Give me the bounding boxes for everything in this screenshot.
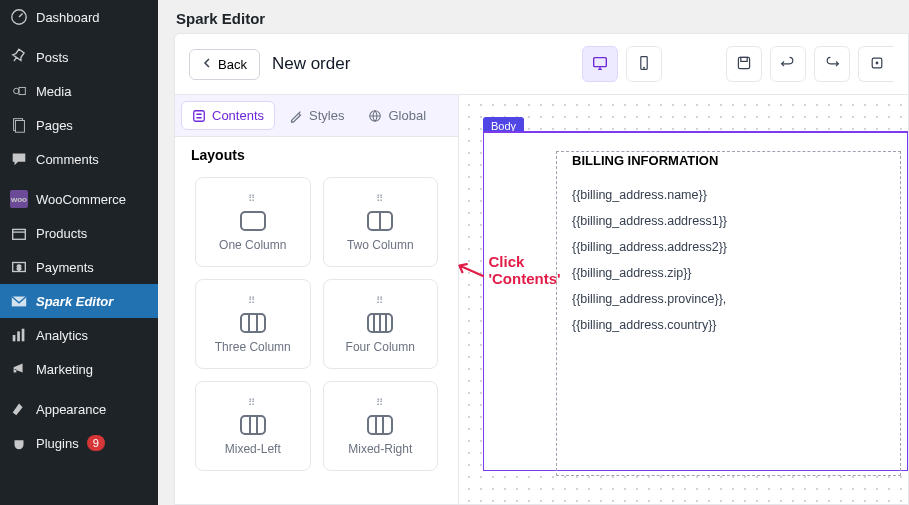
drag-handle-icon: ⠿	[376, 193, 385, 204]
svg-point-1	[14, 88, 19, 93]
sidebar-item-analytics[interactable]: Analytics	[0, 318, 158, 352]
layout-label: Mixed-Left	[225, 442, 281, 456]
sidebar-item-label: Appearance	[36, 402, 106, 417]
layout-label: One Column	[219, 238, 286, 252]
tab-contents[interactable]: Contents	[181, 101, 275, 130]
undo-button[interactable]	[770, 46, 806, 82]
save-button[interactable]	[726, 46, 762, 82]
billing-field: {{billing_address.zip}}	[572, 260, 907, 286]
layout-four-column[interactable]: ⠿ Four Column	[323, 279, 439, 369]
sidebar-item-label: Products	[36, 226, 87, 241]
billing-field: {{billing_address.province}},	[572, 286, 907, 312]
media-icon	[10, 82, 28, 100]
sidebar-item-comments[interactable]: Comments	[0, 142, 158, 176]
sidebar-item-appearance[interactable]: Appearance	[0, 392, 158, 426]
billing-field: {{billing_address.address2}}	[572, 234, 907, 260]
sidebar-item-products[interactable]: Products	[0, 216, 158, 250]
chevron-left-icon	[202, 57, 212, 72]
pin-icon	[10, 48, 28, 66]
svg-rect-9	[13, 335, 16, 341]
back-label: Back	[218, 57, 247, 72]
drag-handle-icon: ⠿	[376, 295, 385, 306]
layout-three-column[interactable]: ⠿ Three Column	[195, 279, 311, 369]
editor-canvas[interactable]: Body BILLING INFORMATION {{billing_addre…	[459, 95, 908, 504]
svg-rect-11	[22, 329, 25, 342]
sidebar-item-label: Pages	[36, 118, 73, 133]
tab-label: Styles	[309, 108, 344, 123]
sidebar-item-marketing[interactable]: Marketing	[0, 352, 158, 386]
sidebar-item-payments[interactable]: $ Payments	[0, 250, 158, 284]
sidebar-item-woocommerce[interactable]: woo WooCommerce	[0, 182, 158, 216]
appearance-icon	[10, 400, 28, 418]
sidebar-item-label: Dashboard	[36, 10, 100, 25]
redo-button[interactable]	[814, 46, 850, 82]
sidebar-item-label: Plugins	[36, 436, 79, 451]
sidebar-item-label: Media	[36, 84, 71, 99]
tab-global[interactable]: Global	[358, 101, 436, 130]
back-button[interactable]: Back	[189, 49, 260, 80]
save-icon	[736, 55, 752, 74]
main-area: Spark Editor Back New order	[158, 0, 909, 505]
desktop-icon	[591, 54, 609, 75]
svg-rect-21	[241, 212, 265, 230]
drag-handle-icon: ⠿	[248, 397, 257, 408]
marketing-icon	[10, 360, 28, 378]
mobile-icon	[636, 55, 652, 74]
more-button[interactable]	[858, 46, 894, 82]
layouts-label: Layouts	[175, 137, 458, 169]
order-title: New order	[272, 54, 350, 74]
sidebar-item-label: Marketing	[36, 362, 93, 377]
mail-icon	[10, 292, 28, 310]
tab-styles[interactable]: Styles	[279, 101, 354, 130]
editor-frame: Back New order	[174, 33, 909, 505]
sidebar-item-plugins[interactable]: Plugins 9	[0, 426, 158, 460]
sidebar-item-label: Analytics	[36, 328, 88, 343]
sidebar-item-label: Spark Editor	[36, 294, 113, 309]
svg-rect-5	[13, 229, 26, 239]
page-title: Spark Editor	[158, 0, 909, 33]
section-title: BILLING INFORMATION	[572, 153, 907, 168]
tab-label: Contents	[212, 108, 264, 123]
sidebar-item-posts[interactable]: Posts	[0, 40, 158, 74]
layout-label: Three Column	[215, 340, 291, 354]
svg-rect-10	[17, 331, 20, 341]
layout-two-column[interactable]: ⠿ Two Column	[323, 177, 439, 267]
billing-field: {{billing_address.address1}}	[572, 208, 907, 234]
svg-rect-31	[241, 416, 265, 434]
layout-mixed-right[interactable]: ⠿ Mixed-Right	[323, 381, 439, 471]
plugin-icon	[10, 434, 28, 452]
layout-mixed-left[interactable]: ⠿ Mixed-Left	[195, 381, 311, 471]
layout-label: Mixed-Right	[348, 442, 412, 456]
layout-grid: ⠿ One Column ⠿ Two Column ⠿ Three Column	[175, 169, 458, 487]
svg-rect-34	[368, 416, 392, 434]
svg-rect-16	[741, 57, 747, 61]
products-icon	[10, 224, 28, 242]
drag-handle-icon: ⠿	[248, 295, 257, 306]
expand-icon	[869, 55, 885, 74]
svg-point-14	[644, 67, 645, 68]
svg-text:$: $	[17, 263, 21, 272]
sidebar-item-label: Comments	[36, 152, 99, 167]
desktop-view-button[interactable]	[582, 46, 618, 82]
left-panel: Contents Styles Global Click 'Contents'	[175, 95, 459, 504]
sidebar-item-spark-editor[interactable]: Spark Editor	[0, 284, 158, 318]
sidebar-item-media[interactable]: Media	[0, 74, 158, 108]
editor-topbar: Back New order	[175, 34, 908, 95]
svg-rect-12	[594, 57, 607, 66]
email-body-section[interactable]: BILLING INFORMATION {{billing_address.na…	[483, 131, 908, 471]
wp-admin-sidebar: Dashboard Posts Media Pages Comments woo…	[0, 0, 158, 505]
sidebar-item-label: WooCommerce	[36, 192, 126, 207]
svg-rect-4	[15, 121, 24, 133]
analytics-icon	[10, 326, 28, 344]
layout-one-column[interactable]: ⠿ One Column	[195, 177, 311, 267]
mobile-view-button[interactable]	[626, 46, 662, 82]
svg-rect-24	[241, 314, 265, 332]
plugin-update-badge: 9	[87, 435, 105, 451]
panel-tabs: Contents Styles Global	[175, 95, 458, 137]
sidebar-item-dashboard[interactable]: Dashboard	[0, 0, 158, 34]
svg-point-18	[876, 62, 878, 64]
layout-label: Two Column	[347, 238, 414, 252]
undo-icon	[780, 55, 796, 74]
comment-icon	[10, 150, 28, 168]
sidebar-item-pages[interactable]: Pages	[0, 108, 158, 142]
